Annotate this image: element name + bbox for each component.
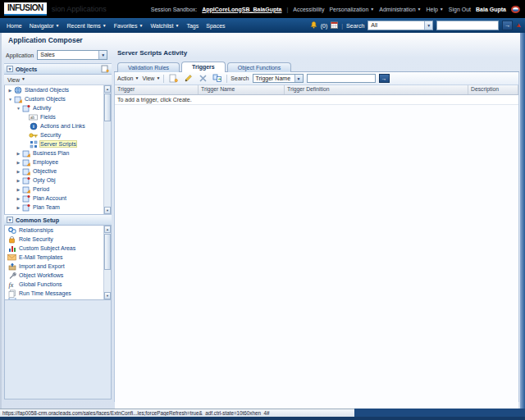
scroll-down-icon[interactable]: ▼ bbox=[104, 292, 111, 299]
calendar-grid-icon[interactable] bbox=[331, 21, 338, 30]
tree-item-actions-and-links[interactable]: i Actions and Links bbox=[5, 121, 103, 130]
expand-icon[interactable]: ▶ bbox=[16, 196, 21, 201]
scrollbar-thumb[interactable] bbox=[104, 234, 111, 270]
global-search-input[interactable] bbox=[436, 21, 499, 30]
tree-item-plan-account[interactable]: ▶ Plan Account bbox=[5, 194, 103, 203]
create-icon[interactable] bbox=[167, 73, 179, 84]
trigger-search-input[interactable] bbox=[307, 74, 376, 83]
column-trigger-name[interactable]: Trigger Name bbox=[199, 85, 285, 94]
chevron-down-icon: ▼ bbox=[156, 75, 160, 80]
tree-scrollbar[interactable]: ▲ ▼ bbox=[103, 85, 111, 214]
setup-item-object-workflows[interactable]: Object Workflows bbox=[5, 271, 103, 280]
tree-item-custom-objects[interactable]: ▼ Custom Objects bbox=[5, 94, 103, 103]
tree-item-activity[interactable]: ▼ Activity bbox=[5, 103, 103, 112]
key-icon bbox=[29, 130, 38, 139]
session-sandbox-link[interactable]: ApplCoreLongSB_BalaGupta bbox=[202, 7, 281, 12]
nav-tags[interactable]: Tags bbox=[186, 23, 199, 29]
expand-icon[interactable]: ▶ bbox=[16, 160, 21, 165]
wrench-icon bbox=[7, 271, 16, 280]
objects-panel-header[interactable]: ▼ Objects bbox=[4, 63, 112, 75]
nav-watchlist[interactable]: Watchlist ▼ bbox=[150, 23, 179, 29]
tab-validation-rules[interactable]: Validation Rules bbox=[117, 62, 180, 72]
expand-icon[interactable]: ▶ bbox=[16, 151, 21, 156]
advanced-search-icon[interactable]: ➤ bbox=[514, 21, 523, 30]
tree-item-plan-team[interactable]: ▶ Plan Team bbox=[5, 203, 103, 212]
triggers-table-header: Trigger Trigger Name Trigger Definition … bbox=[115, 85, 518, 95]
application-select[interactable]: Sales ▼ bbox=[37, 50, 107, 60]
setup-item-relationships[interactable]: Relationships bbox=[5, 226, 103, 235]
status-url: https://fap0058-crm.oracleads.com/sales/… bbox=[0, 410, 270, 416]
collapse-icon[interactable]: ▼ bbox=[7, 217, 13, 223]
column-description[interactable]: Description bbox=[468, 85, 518, 94]
setup-item-partial bbox=[5, 298, 103, 300]
search-go-button[interactable]: → bbox=[502, 21, 513, 30]
scroll-up-icon[interactable]: ▲ bbox=[104, 226, 111, 233]
new-window-icon[interactable] bbox=[100, 65, 109, 74]
chevron-down-icon: ▼ bbox=[135, 75, 139, 80]
logo-text: INFUSION bbox=[7, 3, 43, 12]
nav-spaces[interactable]: Spaces bbox=[206, 23, 225, 29]
tree-item-opty-obj[interactable]: ▶ Opty Obj bbox=[5, 176, 103, 185]
copy-refresh-icon[interactable] bbox=[212, 73, 223, 84]
scrollbar-thumb[interactable] bbox=[104, 94, 111, 121]
relationships-icon bbox=[7, 226, 16, 235]
main-panel: Server Scripts Activity Validation Rules… bbox=[114, 48, 519, 400]
expand-icon[interactable]: ▶ bbox=[16, 169, 21, 174]
setup-item-run-time-messages[interactable]: Run Time Messages bbox=[5, 289, 103, 298]
expand-icon[interactable]: ▶ bbox=[16, 178, 21, 183]
tab-triggers[interactable]: Triggers bbox=[181, 62, 226, 72]
delete-icon[interactable] bbox=[197, 73, 208, 84]
setup-item-import-and-export[interactable]: Import and Export bbox=[5, 262, 103, 271]
tree-view-menu[interactable]: View ▼ bbox=[4, 75, 112, 85]
expand-icon[interactable]: ▶ bbox=[16, 205, 21, 210]
notifications-bell-icon[interactable] bbox=[310, 21, 317, 30]
window-right-border bbox=[520, 33, 525, 409]
column-trigger[interactable]: Trigger bbox=[115, 85, 199, 94]
tree-item-objective[interactable]: ▶ Objective bbox=[5, 167, 103, 176]
view-menu[interactable]: View ▼ bbox=[142, 75, 160, 81]
accessibility-link[interactable]: Accessibility bbox=[293, 7, 324, 12]
expand-icon[interactable]: ▶ bbox=[7, 88, 13, 93]
sign-out-link[interactable]: Sign Out bbox=[449, 7, 471, 12]
custom-object-icon bbox=[21, 176, 30, 185]
scroll-up-icon[interactable]: ▲ bbox=[104, 85, 111, 93]
trigger-search-go-button[interactable]: → bbox=[379, 74, 390, 83]
collapse-icon[interactable]: ▼ bbox=[7, 66, 13, 72]
setup-scrollbar[interactable]: ▲ ▼ bbox=[103, 226, 111, 299]
nav-recent-items[interactable]: Recent Items ▼ bbox=[67, 23, 107, 29]
tree-item-security[interactable]: Security bbox=[5, 130, 103, 139]
page-canvas: Application Composer Application Sales ▼… bbox=[0, 33, 525, 409]
subject-areas-icon bbox=[7, 244, 16, 253]
chevron-down-icon: ▼ bbox=[21, 76, 25, 81]
tree-item-standard-objects[interactable]: ▶ Standard Objects bbox=[5, 85, 103, 94]
tree-item-employee[interactable]: ▶ Employee bbox=[5, 158, 103, 167]
action-menu[interactable]: Action ▼ bbox=[117, 75, 139, 81]
setup-item-custom-subject-areas[interactable]: Custom Subject Areas bbox=[5, 244, 103, 253]
collapse-icon[interactable]: ▼ bbox=[7, 97, 13, 102]
custom-object-icon bbox=[21, 194, 30, 203]
nav-home[interactable]: Home bbox=[7, 23, 22, 29]
tab-object-functions[interactable]: Object Functions bbox=[227, 62, 292, 72]
tree-item-business-plan[interactable]: ▶ Business Plan bbox=[5, 148, 103, 158]
tree-item-server-scripts[interactable]: Server Scripts bbox=[5, 139, 103, 148]
nav-favorites[interactable]: Favorites ▼ bbox=[114, 23, 144, 29]
scroll-down-icon[interactable]: ▼ bbox=[104, 207, 111, 214]
column-trigger-definition[interactable]: Trigger Definition bbox=[285, 85, 468, 94]
tree-item-period[interactable]: ▶ Period bbox=[5, 185, 103, 194]
collapse-icon[interactable]: ▼ bbox=[16, 106, 21, 111]
nav-navigator[interactable]: Navigator ▼ bbox=[30, 23, 60, 29]
edit-icon[interactable] bbox=[182, 73, 194, 84]
session-sandbox-label: Session Sandbox: bbox=[151, 7, 197, 12]
setup-item-role-security[interactable]: Role Security bbox=[5, 235, 103, 244]
custom-object-icon bbox=[21, 167, 30, 176]
search-scope-select[interactable]: All ▼ bbox=[368, 21, 433, 30]
personalization-menu[interactable]: Personalization ▼ bbox=[329, 7, 374, 12]
tree-item-fields[interactable]: ab Fields bbox=[5, 112, 103, 121]
setup-item-email-templates[interactable]: E-Mail Templates bbox=[5, 253, 103, 262]
administration-menu[interactable]: Administration ▼ bbox=[379, 7, 421, 12]
help-menu[interactable]: Help ▼ bbox=[426, 7, 443, 12]
setup-item-global-functions[interactable]: fx Global Functions bbox=[5, 280, 103, 289]
search-field-select[interactable]: Trigger Name ▼ bbox=[253, 74, 304, 83]
common-setup-panel-header[interactable]: ▼ Common Setup bbox=[4, 214, 112, 226]
expand-icon[interactable]: ▶ bbox=[16, 187, 21, 192]
